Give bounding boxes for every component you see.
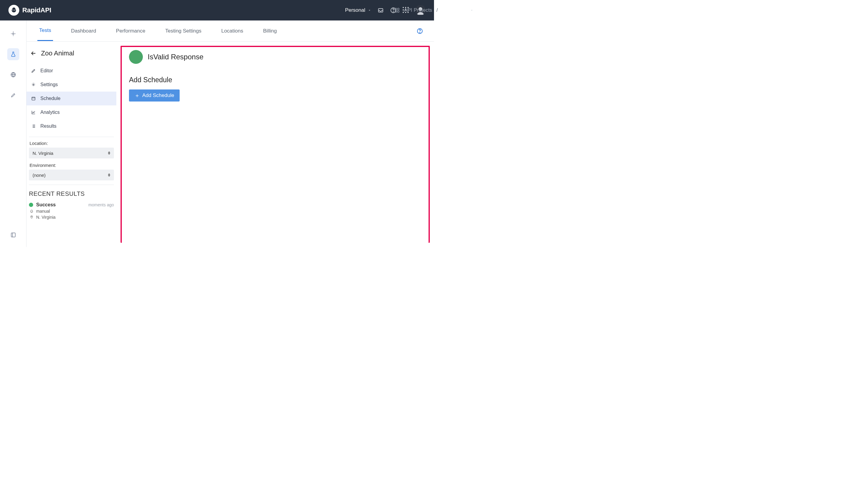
- result-time: moments ago: [88, 203, 114, 207]
- environment-select[interactable]: (none): [29, 170, 114, 180]
- sidebar-item-analytics[interactable]: Analytics: [26, 106, 116, 119]
- pencil-icon: [31, 68, 36, 74]
- chart-icon: [31, 110, 36, 115]
- divider: [29, 137, 114, 137]
- status-circle-icon: [129, 50, 143, 64]
- chevron-down-icon: [368, 8, 371, 12]
- rail-pencil-icon[interactable]: [7, 89, 19, 101]
- sidebar-item-label: Results: [40, 124, 56, 129]
- app-body: Tests Dashboard Performance Testing Sett…: [0, 20, 434, 247]
- sidebar-item-label: Analytics: [40, 110, 60, 115]
- location-label: Location:: [26, 141, 116, 146]
- grid-icon: [394, 7, 400, 13]
- workspace-label: Personal: [345, 7, 365, 13]
- svg-rect-2: [395, 11, 396, 12]
- recent-results-title: RECENT RESULTS: [26, 189, 116, 201]
- sidebar: Zoo Animal Editor Settings Schedule: [26, 42, 116, 247]
- gear-icon: [31, 82, 36, 87]
- brand-logo[interactable]: RapidAPI: [8, 5, 51, 16]
- back-button[interactable]: [30, 50, 37, 57]
- svg-point-13: [33, 84, 34, 85]
- add-schedule-label: Add Schedule: [142, 93, 174, 98]
- bell-icon: [30, 209, 34, 213]
- svg-rect-14: [32, 97, 35, 100]
- svg-rect-3: [398, 11, 399, 12]
- sort-icon: [108, 173, 110, 176]
- brand-name: RapidAPI: [22, 6, 51, 14]
- side-menu: Editor Settings Schedule Analytics: [26, 64, 116, 133]
- add-schedule-button[interactable]: ＋ Add Schedule: [129, 90, 180, 101]
- workspace-switcher[interactable]: Personal: [345, 7, 371, 13]
- location-value: N. Virginia: [33, 151, 53, 156]
- rail-collapse-icon[interactable]: [7, 229, 19, 241]
- sidebar-header: Zoo Animal: [26, 46, 116, 63]
- tabs: Tests Dashboard Performance Testing Sett…: [26, 20, 434, 42]
- calendar-icon: [31, 96, 36, 101]
- result-status: Success: [36, 202, 56, 208]
- main-panel: IsValid Response Add Schedule ＋ Add Sche…: [116, 42, 434, 247]
- pin-icon: [30, 215, 34, 219]
- svg-point-8: [12, 33, 14, 35]
- tab-performance[interactable]: Performance: [114, 21, 147, 41]
- tab-billing[interactable]: Billing: [261, 21, 278, 41]
- environment-label: Environment:: [26, 163, 116, 168]
- sidebar-item-settings[interactable]: Settings: [26, 78, 116, 92]
- sidebar-item-label: Settings: [40, 82, 58, 87]
- highlight-box: IsValid Response Add Schedule ＋ Add Sche…: [121, 46, 430, 243]
- svg-rect-1: [398, 8, 399, 10]
- breadcrumb: API Projects / Zoo Animal: [394, 7, 434, 13]
- top-bar: RapidAPI API Projects / Zoo Animal Perso…: [0, 0, 434, 20]
- result-trigger: manual: [36, 209, 50, 213]
- sidebar-item-label: Editor: [40, 68, 53, 74]
- result-location: N. Virginia: [36, 215, 55, 220]
- sidebar-item-schedule[interactable]: Schedule: [26, 92, 116, 106]
- svg-point-12: [420, 32, 420, 32]
- icon-rail: [0, 20, 26, 247]
- sidebar-item-editor[interactable]: Editor: [26, 64, 116, 78]
- svg-rect-0: [395, 8, 396, 10]
- rail-target-icon[interactable]: [7, 28, 19, 40]
- rail-globe-icon[interactable]: [7, 69, 19, 81]
- rail-flask-icon[interactable]: [7, 48, 19, 60]
- test-title: IsValid Response: [148, 53, 203, 61]
- plus-icon: ＋: [134, 93, 140, 98]
- list-icon: [31, 124, 36, 129]
- sidebar-item-results[interactable]: Results: [26, 119, 116, 133]
- section-title: Add Schedule: [129, 76, 421, 84]
- svg-point-5: [393, 12, 393, 12]
- sidebar-item-label: Schedule: [40, 96, 60, 101]
- content-row: Zoo Animal Editor Settings Schedule: [26, 42, 434, 247]
- svg-rect-10: [11, 233, 15, 237]
- tab-testing-settings[interactable]: Testing Settings: [163, 21, 203, 41]
- recent-result-row[interactable]: Success moments ago manual N. Virginia: [26, 201, 116, 223]
- location-select[interactable]: N. Virginia: [29, 148, 114, 158]
- inbox-icon[interactable]: [377, 7, 384, 14]
- sidebar-title: Zoo Animal: [41, 50, 74, 57]
- tab-dashboard[interactable]: Dashboard: [69, 21, 98, 41]
- brand-logo-icon: [8, 5, 19, 16]
- tab-tests[interactable]: Tests: [37, 21, 53, 41]
- test-header: IsValid Response: [129, 50, 421, 64]
- environment-value: (none): [33, 173, 45, 178]
- breadcrumb-projects[interactable]: API Projects: [404, 7, 432, 13]
- tab-locations[interactable]: Locations: [219, 21, 245, 41]
- sub-area: Tests Dashboard Performance Testing Sett…: [26, 20, 434, 247]
- divider: [29, 185, 114, 185]
- sort-icon: [108, 152, 110, 154]
- svg-point-15: [31, 216, 32, 217]
- status-dot-icon: [29, 203, 33, 207]
- help-icon[interactable]: [417, 28, 423, 34]
